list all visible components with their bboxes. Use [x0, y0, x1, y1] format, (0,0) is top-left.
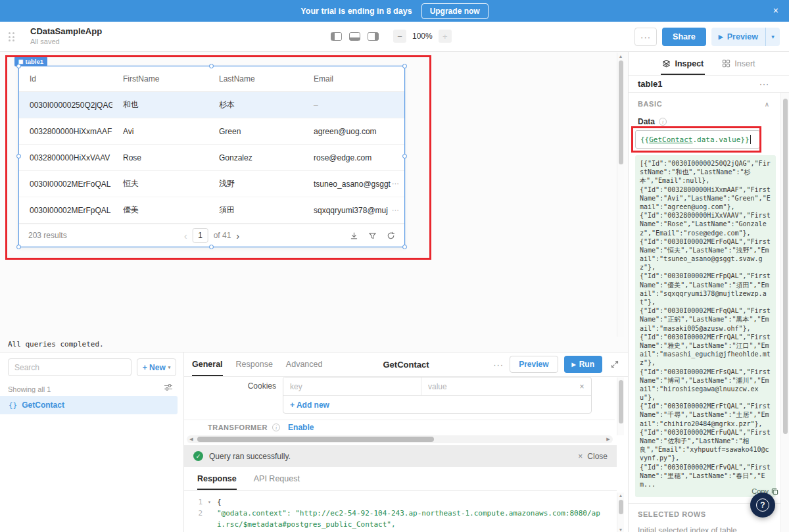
next-page-icon[interactable]: › — [236, 230, 239, 241]
tab-api-request[interactable]: API Request — [254, 474, 300, 490]
tab-general[interactable]: General — [192, 352, 223, 376]
query-more-button[interactable]: ··· — [493, 360, 504, 370]
toggle-bottom-panel-icon[interactable] — [349, 32, 360, 41]
component-more-button[interactable]: ··· — [759, 80, 769, 89]
cell-id: 0032800000HiXxVAAV — [19, 153, 112, 162]
response-scrollbar: ▲ ▼ — [617, 493, 624, 532]
resize-handle[interactable] — [402, 64, 407, 68]
tab-advanced[interactable]: Advanced — [286, 352, 323, 376]
scroll-up-icon[interactable]: ▲ — [617, 493, 624, 498]
queries-status-text: All queries completed. — [8, 340, 104, 349]
column-header-id[interactable]: Id — [19, 74, 112, 84]
cell-firstname: 優美 — [112, 205, 208, 216]
code-property-path: .data.value — [692, 135, 740, 144]
question-mark-icon: ? — [756, 498, 769, 512]
column-header-firstname[interactable]: FirstName — [112, 74, 208, 84]
help-button[interactable]: ? — [750, 493, 775, 518]
zoom-level: 100% — [412, 32, 433, 41]
table-row[interactable]: 0030I00002MErFpQAL 優美 須田 sqxqqryumi378@m… — [19, 197, 404, 224]
collapse-section-icon[interactable]: ∧ — [765, 101, 769, 108]
collapse-caret-icon[interactable]: ▾ — [208, 496, 217, 508]
table-row[interactable]: 0030I00002MErFoQAL 恒夫 浅野 tsuneo_asano@gs… — [19, 171, 404, 197]
header-more-button[interactable]: ··· — [634, 28, 657, 46]
table-row[interactable]: 0032800000HiXxmAAF Avi Green agreen@uog.… — [19, 118, 404, 145]
toggle-left-panel-icon[interactable] — [331, 32, 342, 41]
close-label: Close — [587, 452, 608, 461]
zoom-out-button[interactable]: − — [393, 30, 406, 43]
resize-handle[interactable] — [402, 154, 407, 158]
layers-icon — [662, 59, 671, 68]
scrollbar-thumb[interactable] — [619, 60, 623, 164]
overflow-ellipsis-icon: ⋯ — [392, 206, 399, 214]
remove-cookie-icon[interactable]: × — [573, 377, 591, 395]
scroll-up-icon[interactable]: ▲ — [617, 54, 624, 59]
query-list-item-getcontact[interactable]: {} GetContact — [0, 396, 178, 414]
cookie-value-input[interactable] — [421, 377, 573, 395]
drag-handle-icon[interactable] — [9, 32, 14, 41]
resize-handle[interactable] — [16, 64, 21, 68]
scroll-left-icon[interactable]: ◀ — [187, 435, 196, 443]
selected-component-name: table1 — [638, 79, 663, 89]
cell-firstname: Rose — [112, 153, 208, 162]
preview-button[interactable]: ▶ Preview — [711, 28, 765, 46]
banner-close-icon[interactable]: × — [773, 5, 778, 16]
scrollbar-thumb[interactable] — [619, 500, 623, 514]
query-preview-button[interactable]: Preview — [510, 356, 558, 373]
code-line: 1 ▾ { — [184, 496, 613, 508]
scroll-right-icon[interactable]: ▶ — [604, 435, 613, 443]
toggle-right-panel-icon[interactable] — [368, 32, 379, 41]
upgrade-now-button[interactable]: Upgrade now — [421, 3, 489, 19]
queries-status-bar: All queries completed. — [0, 337, 628, 352]
tab-insert[interactable]: Insert — [722, 52, 755, 75]
scrollbar-thumb[interactable] — [197, 437, 434, 442]
line-number: 1 — [184, 496, 208, 508]
code-query-reference: GetContact — [649, 135, 692, 144]
download-icon[interactable] — [350, 231, 358, 240]
resize-handle[interactable] — [16, 245, 21, 249]
table-header-row: Id FirstName LastName Email — [19, 66, 404, 92]
preview-dropdown-caret-icon[interactable]: ▾ — [765, 28, 780, 46]
search-input[interactable] — [8, 358, 132, 376]
table1-widget[interactable]: Id FirstName LastName Email 0030I0000025… — [18, 66, 405, 247]
table-row[interactable]: 0030I00000250Q2jQAG 和也 杉本 – — [19, 92, 404, 118]
cell-email: rose@edge.com — [303, 153, 404, 162]
code-open-braces: {{ — [640, 135, 649, 144]
tab-result-response[interactable]: Response — [197, 474, 237, 490]
close-success-bar[interactable]: × Close — [578, 452, 608, 461]
previous-page-icon[interactable]: ‹ — [184, 230, 187, 241]
cookie-key-input[interactable] — [283, 377, 421, 395]
column-header-lastname[interactable]: LastName — [208, 74, 303, 84]
add-new-cookie-link[interactable]: + Add new — [283, 396, 591, 414]
table-row[interactable]: 0032800000HiXxVAAV Rose Gonzalez rose@ed… — [19, 145, 404, 171]
new-query-button[interactable]: + New ▾ — [137, 358, 176, 376]
cell-firstname: Avi — [112, 127, 208, 136]
cell-email-text: sqxqqryumi378@muj — [314, 206, 388, 215]
zoom-in-button[interactable]: + — [439, 30, 452, 43]
run-query-button[interactable]: ▶ Run — [564, 356, 602, 373]
scroll-down-icon[interactable]: ▼ — [617, 527, 624, 532]
share-button[interactable]: Share — [662, 28, 706, 46]
data-code-input[interactable]: {{GetContact.data.value}} — [635, 130, 760, 149]
scrollbar-thumb[interactable] — [619, 380, 623, 423]
query-filter-icon[interactable] — [164, 383, 173, 391]
refresh-icon[interactable] — [387, 231, 395, 240]
widget-tag-label: table1 — [26, 58, 43, 65]
cell-lastname: Gonzalez — [208, 153, 303, 162]
page-number-input[interactable] — [193, 228, 208, 243]
scrollbar-thumb[interactable] — [783, 99, 788, 434]
filter-icon[interactable] — [368, 231, 377, 240]
expand-panel-icon[interactable] — [610, 359, 620, 370]
play-icon: ▶ — [719, 34, 723, 40]
tab-inspect[interactable]: Inspect — [662, 52, 704, 75]
resize-handle[interactable] — [402, 245, 407, 249]
resize-handle[interactable] — [16, 154, 21, 158]
resize-handle[interactable] — [209, 64, 214, 68]
code-gutter — [208, 508, 217, 530]
inspector-scrollbar — [780, 93, 789, 532]
run-label: Run — [579, 360, 594, 369]
enable-transformer-link[interactable]: Enable — [288, 423, 314, 432]
column-header-email[interactable]: Email — [303, 74, 404, 84]
tab-response[interactable]: Response — [236, 352, 273, 376]
result-tabs: Response API Request — [184, 467, 617, 491]
resize-handle[interactable] — [209, 245, 214, 249]
